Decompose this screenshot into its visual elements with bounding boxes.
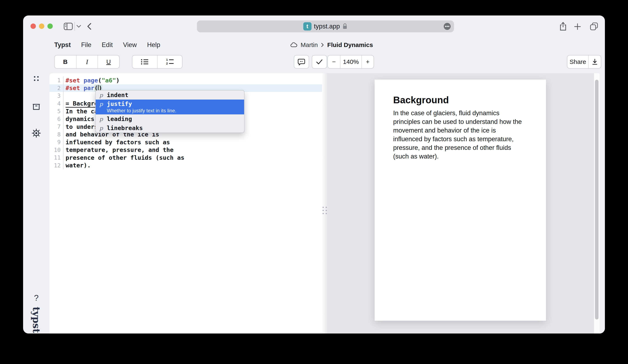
code-text: water). (64, 162, 91, 169)
code-text: temperature, pressure, and the (64, 146, 174, 153)
back-icon[interactable] (86, 23, 92, 30)
autocomplete-item-leading[interactable]: pleading (96, 114, 244, 124)
svg-text:2: 2 (166, 62, 168, 65)
browser-toolbar: t typst.app (23, 15, 605, 37)
line-number: 1 (50, 76, 64, 84)
line-number: 2 (50, 84, 64, 92)
parameter-kind-icon: p (99, 92, 103, 98)
fullscreen-window-button[interactable] (47, 23, 53, 29)
zoom-in-button[interactable]: + (361, 56, 374, 68)
new-tab-icon[interactable] (574, 23, 581, 30)
close-window-button[interactable] (30, 23, 36, 29)
bold-button[interactable]: B (55, 56, 76, 68)
format-toolbar: B I U 1 2 (23, 53, 605, 73)
code-text: influenced by factors such as (64, 139, 170, 146)
cloud-sync-icon (290, 42, 297, 47)
comments-button[interactable] (294, 56, 309, 68)
resolve-check-button[interactable] (312, 56, 326, 68)
scrollbar-thumb[interactable] (595, 80, 599, 319)
parameter-kind-icon: p (99, 125, 103, 131)
checkmark-icon (316, 59, 323, 65)
files-tray-icon[interactable] (32, 103, 41, 111)
share-icon[interactable] (559, 22, 567, 31)
menu-edit[interactable]: Edit (102, 41, 113, 49)
comment-icon (298, 58, 305, 65)
app-menu-bar: Typst File Edit View Help Martin Fluid D… (23, 37, 605, 53)
screen: t typst.app (0, 0, 628, 364)
window-edge (600, 73, 605, 334)
url-text: typst.app (314, 23, 340, 30)
typst-logo: typst (31, 307, 42, 333)
line-number: 4 (50, 100, 64, 108)
menu-file[interactable]: File (81, 41, 91, 49)
numbered-list-button[interactable]: 1 2 (157, 56, 182, 68)
autocomplete-item-justify[interactable]: pjustifyWhether to justify text in its l… (96, 100, 244, 114)
page-settings-icon[interactable] (444, 23, 451, 30)
zoom-level[interactable]: 140% (340, 56, 361, 68)
preview-text-line: principles can be used to understand how… (393, 118, 531, 126)
lock-icon (342, 23, 348, 30)
left-rail: ? typst (23, 37, 50, 334)
code-line[interactable]: 11presence of other fluids (such as (50, 154, 322, 162)
address-bar[interactable]: t typst.app (197, 20, 454, 32)
code-text: presence of other fluids (such as (64, 154, 184, 161)
bullet-list-icon (141, 58, 149, 65)
gear-icon[interactable] (31, 128, 41, 138)
divider (75, 22, 75, 31)
autocomplete-label: leading (107, 115, 132, 122)
parameter-kind-icon: p (99, 101, 103, 107)
line-number: 11 (50, 154, 64, 162)
download-button[interactable] (588, 56, 601, 68)
preview-page: Background In the case of glaciers, flui… (375, 79, 546, 321)
autocomplete-label: indent (107, 91, 128, 98)
preview-text-line: influenced by factors such as temperatur… (393, 135, 531, 144)
code-line[interactable]: 9influenced by factors such as (50, 138, 322, 146)
minimize-window-button[interactable] (39, 23, 44, 29)
autocomplete-description: Whether to justify text in its line. (107, 108, 240, 114)
menu-view[interactable]: View (123, 41, 137, 49)
line-number: 10 (50, 146, 64, 154)
autocomplete-label: justify (107, 100, 132, 107)
pane-divider[interactable] (322, 73, 327, 334)
code-text: #set page("a6") (64, 77, 120, 84)
help-button[interactable]: ? (34, 293, 39, 302)
zoom-out-button[interactable]: − (328, 56, 340, 68)
browser-window: t typst.app (23, 15, 605, 334)
bullet-list-button[interactable] (132, 56, 157, 68)
sidebar-toggle-icon[interactable] (64, 22, 73, 30)
parameter-kind-icon: p (99, 116, 103, 122)
code-line[interactable]: 1#set page("a6") (50, 76, 322, 84)
app-menus: Typst File Edit View Help (54, 37, 160, 53)
autocomplete-item-indent[interactable]: pindent (96, 90, 244, 100)
numbered-list-icon: 1 2 (166, 58, 174, 66)
share-button[interactable]: Share (567, 56, 588, 68)
tab-overview-icon[interactable] (590, 22, 598, 31)
autocomplete-label: linebreaks (107, 125, 143, 132)
underline-button[interactable]: U (97, 56, 119, 68)
chevron-down-icon[interactable] (76, 25, 81, 28)
line-number: 7 (50, 123, 64, 131)
breadcrumb-document-title[interactable]: Fluid Dynamics (327, 41, 373, 48)
menu-typst[interactable]: Typst (54, 41, 71, 49)
line-number: 6 (50, 115, 64, 123)
line-number: 3 (50, 92, 64, 100)
autocomplete-item-linebreaks[interactable]: plinebreaks (96, 124, 244, 133)
breadcrumb-workspace[interactable]: Martin (301, 41, 318, 48)
code-line[interactable]: 12water). (50, 162, 322, 169)
apps-grid-icon[interactable] (33, 75, 40, 82)
download-icon (592, 59, 598, 65)
preview-pane: Background In the case of glaciers, flui… (327, 73, 605, 334)
preview-body: In the case of glaciers, fluid dynamicsp… (393, 109, 531, 161)
line-number: 9 (50, 138, 64, 146)
italic-button[interactable]: I (76, 56, 98, 68)
preview-scrollbar[interactable] (594, 73, 600, 334)
autocomplete-popup: pindentpjustifyWhether to justify text i… (95, 90, 244, 133)
preview-heading: Background (393, 94, 449, 106)
menu-help[interactable]: Help (147, 41, 160, 49)
preview-text-line: In the case of glaciers, fluid dynamics (393, 109, 531, 118)
code-line[interactable]: 10temperature, pressure, and the (50, 146, 322, 154)
line-number: 5 (50, 107, 64, 115)
divider-drag-handle[interactable] (323, 207, 327, 214)
chevron-right-icon (321, 43, 324, 47)
site-favicon: t (303, 22, 312, 30)
